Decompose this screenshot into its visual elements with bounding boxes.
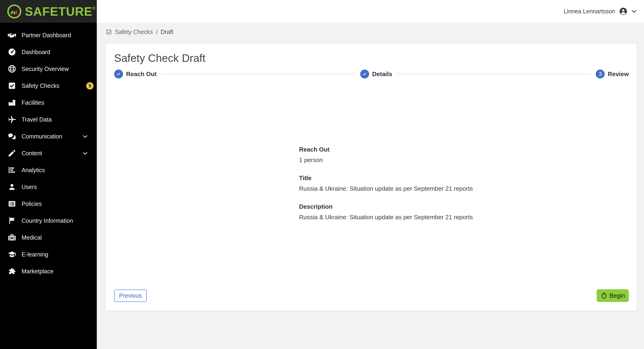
- step-details[interactable]: Details: [360, 69, 392, 78]
- step-number-circle: 3: [596, 69, 605, 78]
- sidebar-item-label: Partner Dashboard: [22, 32, 71, 39]
- step-number: 3: [599, 71, 602, 77]
- field-value: Russia & Ukraine: Situation update as pe…: [299, 214, 444, 221]
- safety-checks-count-badge: 5: [86, 82, 94, 89]
- sidebar-item-label: Safety Checks: [22, 82, 59, 89]
- handshake-icon: [7, 30, 17, 40]
- review-field-reach-out: Reach Out 1 person: [299, 146, 444, 164]
- review-summary: Reach Out 1 person Title Russia & Ukrain…: [114, 146, 629, 221]
- sidebar-item-label: E-learning: [22, 251, 48, 258]
- list-icon: [7, 199, 17, 209]
- sidebar-item-communication[interactable]: Communication: [0, 128, 97, 145]
- breadcrumb: Safety Checks / Draft: [106, 28, 644, 35]
- brand-logo[interactable]: SAFETURE®: [0, 0, 97, 23]
- user-avatar-icon: [619, 7, 628, 16]
- sidebar-item-content[interactable]: Content: [0, 145, 97, 162]
- sidebar-item-label: Medical: [22, 234, 42, 241]
- brand-name: SAFETURE®: [25, 5, 96, 17]
- flag-icon: [7, 216, 17, 226]
- pencil-icon: [7, 148, 17, 158]
- review-field-description: Description Russia & Ukraine: Situation …: [299, 203, 444, 221]
- field-label: Title: [299, 174, 444, 182]
- globe-icon: [7, 64, 17, 74]
- sidebar-item-label: Dashboard: [22, 49, 50, 55]
- sidebar-item-label: Marketplace: [22, 268, 54, 275]
- safeture-logo-icon: [7, 4, 22, 19]
- step-reach-out[interactable]: Reach Out: [114, 69, 156, 78]
- chevron-down-icon: [82, 133, 88, 140]
- breadcrumb-separator: /: [156, 28, 158, 35]
- stepper-connector: [397, 74, 590, 74]
- sidebar-item-policies[interactable]: Policies: [0, 195, 97, 212]
- gauge-icon: [7, 47, 17, 57]
- sidebar-item-label: Security Overview: [22, 66, 69, 72]
- medkit-icon: [7, 233, 17, 242]
- step-review[interactable]: 3 Review: [596, 69, 629, 78]
- step-complete-check-icon: [360, 69, 369, 78]
- sidebar-item-country-information[interactable]: Country Information: [0, 212, 97, 229]
- sidebar-item-e-learning[interactable]: E-learning: [0, 246, 97, 263]
- sidebar-item-label: Communication: [22, 133, 62, 140]
- chevron-down-icon: [631, 8, 638, 15]
- previous-button[interactable]: Previous: [114, 290, 147, 302]
- chat-bubbles-icon: [7, 131, 17, 141]
- step-label: Review: [608, 70, 629, 78]
- field-value: Russia & Ukraine: Situation update as pe…: [299, 185, 444, 192]
- stopwatch-icon: [600, 292, 608, 299]
- main-area: Safety Checks / Draft Safety Check Draft…: [97, 23, 644, 349]
- begin-button[interactable]: Begin: [597, 289, 629, 302]
- stepper: Reach Out Details 3 Review: [114, 69, 629, 78]
- sidebar-item-label: Facilities: [22, 99, 44, 106]
- review-field-title: Title Russia & Ukraine: Situation update…: [299, 174, 444, 192]
- factory-icon: [7, 98, 17, 107]
- stepper-connector: [162, 74, 355, 74]
- breadcrumb-link-safety-checks[interactable]: Safety Checks: [115, 28, 153, 35]
- user-menu[interactable]: Linnea Lennartsson: [564, 7, 638, 16]
- registered-mark: ®: [92, 6, 96, 10]
- sidebar-item-medical[interactable]: Medical: [0, 229, 97, 246]
- page-title: Safety Check Draft: [114, 52, 629, 64]
- check-square-icon: [106, 29, 112, 35]
- step-label: Details: [372, 70, 392, 78]
- card-actions: Previous Begin: [114, 289, 629, 302]
- chevron-down-icon: [82, 150, 88, 156]
- begin-button-label: Begin: [610, 292, 625, 299]
- sidebar-item-label: Policies: [22, 201, 42, 207]
- breadcrumb-current-draft: Draft: [160, 28, 173, 35]
- sidebar-nav: Partner Dashboard Dashboard: [0, 27, 97, 280]
- sidebar-item-safety-checks[interactable]: Safety Checks 5: [0, 77, 97, 94]
- sidebar-item-label: Analytics: [22, 167, 45, 174]
- sidebar-item-analytics[interactable]: Analytics: [0, 162, 97, 178]
- sidebar-item-marketplace[interactable]: Marketplace: [0, 263, 97, 280]
- sidebar-item-dashboard[interactable]: Dashboard: [0, 43, 97, 60]
- check-square-icon: [7, 81, 17, 91]
- user-name: Linnea Lennartsson: [564, 8, 615, 15]
- sidebar-item-label: Travel Data: [22, 116, 52, 123]
- field-label: Reach Out: [299, 146, 444, 153]
- sidebar-item-travel-data[interactable]: Travel Data: [0, 111, 97, 128]
- sidebar-item-label: Country Information: [22, 217, 73, 224]
- field-label: Description: [299, 203, 444, 210]
- sidebar-item-partner-dashboard[interactable]: Partner Dashboard: [0, 27, 97, 43]
- user-icon: [7, 182, 17, 192]
- sidebar-item-security-overview[interactable]: Security Overview: [0, 60, 97, 77]
- sidebar-item-users[interactable]: Users: [0, 178, 97, 195]
- puzzle-icon: [7, 266, 17, 276]
- topbar: Linnea Lennartsson: [97, 0, 644, 23]
- field-value: 1 person: [299, 156, 444, 164]
- graduation-cap-icon: [7, 250, 17, 259]
- step-complete-check-icon: [114, 69, 123, 78]
- app-root: SAFETURE® Partner Dashboard: [0, 0, 644, 349]
- sidebar: SAFETURE® Partner Dashboard: [0, 0, 97, 349]
- safety-check-draft-card: Safety Check Draft Reach Out Details: [106, 43, 637, 311]
- sidebar-item-label: Users: [22, 184, 37, 190]
- sidebar-item-facilities[interactable]: Facilities: [0, 94, 97, 111]
- plane-icon: [7, 114, 17, 124]
- bar-chart-icon: [7, 165, 17, 175]
- step-label: Reach Out: [126, 70, 156, 78]
- sidebar-item-label: Content: [22, 150, 42, 157]
